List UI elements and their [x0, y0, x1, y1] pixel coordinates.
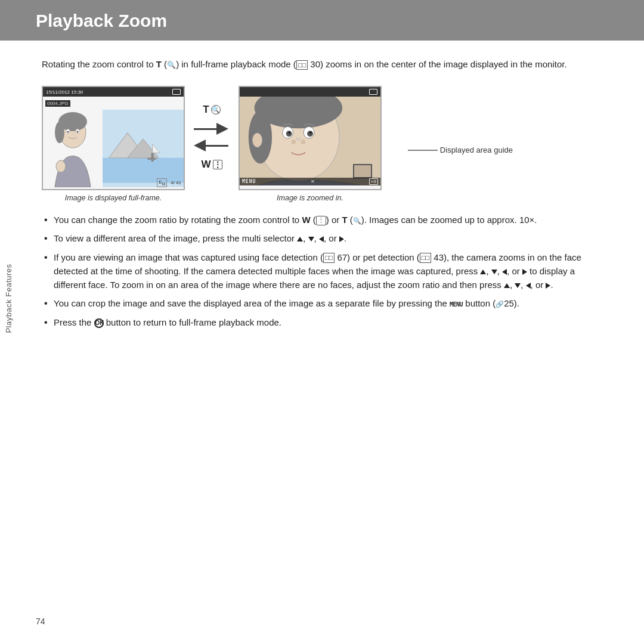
arrow-up-2 — [480, 270, 486, 274]
w-icon: ⋮ — [213, 160, 222, 169]
left-camera-screen: 15/11/2012 15:30 0004.JPG — [42, 86, 185, 190]
screen-header-right — [240, 87, 380, 97]
area-guide-box — [353, 164, 372, 178]
svg-point-25 — [292, 140, 296, 144]
area-guide-label: Displayed area guide — [440, 145, 513, 154]
t-search-icon: 🔍 — [353, 217, 361, 224]
arrow-right-2 — [522, 269, 527, 275]
intro-paragraph: Rotating the zoom control to T (🔍) in fu… — [42, 57, 608, 72]
book-ref-43: □□ — [420, 253, 431, 262]
callout-line-svg — [408, 150, 438, 151]
screen-date: 15/11/2012 15:30 — [46, 89, 83, 95]
svg-rect-14 — [147, 158, 156, 160]
frame-count: 4/ 41 — [171, 180, 181, 185]
arrow-left-head — [194, 140, 206, 151]
caption-right: Image is zoomed in. — [239, 194, 382, 202]
menu-button-icon: MENU — [450, 300, 463, 309]
svg-point-5 — [67, 131, 69, 133]
arrow-line-right — [194, 128, 216, 130]
svg-point-23 — [289, 131, 291, 134]
arrow-right-icon — [339, 236, 344, 242]
zoom-t-label: T 🔍 — [203, 104, 220, 116]
arrow-down-2 — [491, 270, 497, 274]
bullet-item-4: You can crop the image and save the disp… — [42, 296, 608, 310]
close-label: ✕ — [311, 179, 315, 184]
arrow-left-2 — [502, 269, 507, 275]
area-guide-callout: Displayed area guide — [408, 145, 513, 154]
arrow-right-container — [194, 123, 230, 135]
arrow-up-icon — [297, 237, 303, 242]
book-ref-67: □□ — [323, 253, 335, 262]
ok-button-icon: OK — [94, 318, 104, 328]
bullet-list: You can change the zoom ratio by rotatin… — [42, 213, 608, 329]
bullet-item-5: Press the OK button to return to full-fr… — [42, 315, 608, 329]
svg-point-6 — [77, 131, 79, 133]
bullet-item-1: You can change the zoom ratio by rotatin… — [42, 213, 608, 227]
svg-rect-12 — [151, 153, 154, 162]
arrow-down-icon — [308, 237, 314, 242]
screen-footer: EM 4/ 41 — [157, 178, 181, 187]
arrow-right-3 — [546, 283, 550, 289]
t-icon: 🔍 — [211, 105, 221, 114]
zoom-controls: T 🔍 W ⋮ — [185, 104, 239, 171]
screen-header-left: 15/11/2012 15:30 — [43, 87, 184, 97]
side-label: Playback Features — [0, 239, 17, 358]
right-screen-container: MENU ✕ ×9 Displayed area guide Image is … — [239, 86, 382, 202]
arrow-right-head — [216, 123, 228, 135]
arrow-left-icon — [319, 236, 324, 242]
menu-label: MENU — [242, 179, 256, 184]
svg-point-7 — [56, 160, 66, 172]
page-header: Playback Zoom — [0, 0, 644, 41]
arrow-down-3 — [515, 283, 521, 288]
main-content: Rotating the zoom control to T (🔍) in fu… — [0, 57, 644, 329]
file-label: 0004.JPG — [45, 100, 70, 107]
zoom-indicator: ×9 — [369, 178, 378, 185]
battery-icon-right — [369, 89, 377, 95]
arrow-up-3 — [504, 283, 510, 288]
page-number: 74 — [36, 617, 45, 626]
svg-point-2 — [55, 122, 64, 143]
screen-bottom-bar: MENU ✕ ×9 — [240, 178, 380, 185]
w-button-icon: ⋮ — [316, 216, 326, 225]
page-title: Playback Zoom — [36, 11, 608, 31]
side-label-text: Playback Features — [4, 264, 13, 333]
svg-point-26 — [301, 140, 305, 144]
landscape-background — [103, 110, 184, 187]
zoomed-face-content: MENU ✕ ×9 — [240, 97, 380, 185]
diagram-area: 15/11/2012 15:30 0004.JPG — [42, 86, 608, 202]
em-icon: EM — [157, 178, 167, 187]
person-silhouette-left — [43, 110, 103, 187]
arrow-line-left — [206, 145, 228, 147]
caption-left: Image is displayed full-frame. — [65, 194, 162, 202]
bullet-item-3: If you are viewing an image that was cap… — [42, 250, 608, 292]
svg-point-24 — [309, 131, 312, 134]
battery-icon — [172, 89, 181, 95]
landscape-svg — [103, 110, 184, 187]
right-camera-screen: MENU ✕ ×9 — [239, 86, 382, 190]
svg-point-27 — [253, 133, 262, 147]
zoom-w-label: W ⋮ — [201, 159, 222, 171]
arrow-left-container — [194, 140, 230, 151]
arrow-left-3 — [526, 283, 531, 289]
link-icon: 🔗 — [496, 301, 504, 308]
bullet-item-2: To view a different area of the image, p… — [42, 231, 608, 245]
